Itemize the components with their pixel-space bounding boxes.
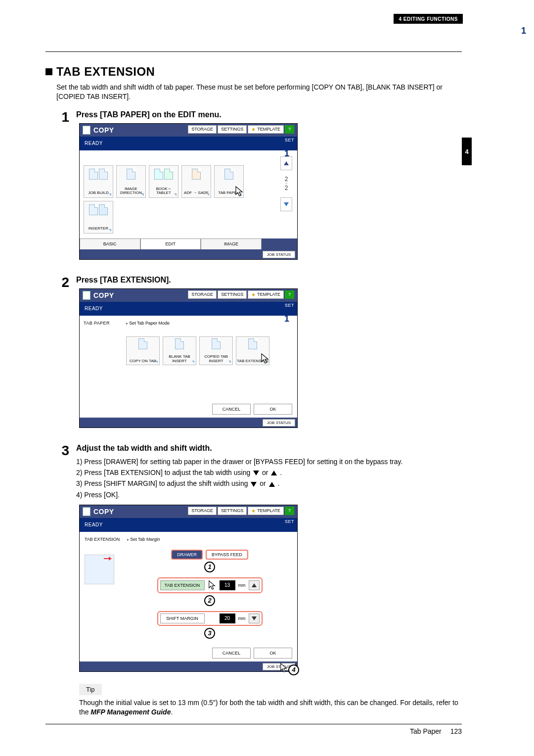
submenu-title: TAB EXTENSION [85, 537, 127, 542]
top-tab-storage[interactable]: STORAGE [188, 507, 217, 515]
shift-margin-button[interactable]: SHIFT MARGIN [160, 614, 205, 623]
bullet-square-icon [45, 68, 52, 75]
top-tab-template[interactable]: TEMPLATE [248, 290, 284, 299]
top-tab-template[interactable]: TEMPLATE [248, 125, 284, 134]
down-triangle-icon [253, 471, 259, 475]
option-tab-extension[interactable]: TAB EXTENSION [236, 336, 269, 365]
up-triangle-icon [271, 471, 277, 475]
submenu-caption: Set Tab Paper Mode [126, 321, 293, 326]
bottom-tab-spacer [262, 238, 297, 249]
step-title: Press [TAB PAPER] on the EDIT menu. [76, 110, 462, 119]
top-tab-template[interactable]: TEMPLATE [248, 507, 284, 515]
step-2: 2 Press [TAB EXTENSION]. COPY STORAGE SE… [45, 276, 462, 428]
option-tab-paper[interactable]: TAB PAPER [214, 165, 244, 198]
click-cursor-icon [279, 662, 288, 674]
bottom-tab-image[interactable]: IMAGE [201, 238, 262, 249]
top-tab-settings[interactable]: SETTINGS [218, 125, 247, 134]
up-triangle-icon [269, 482, 275, 487]
page-number: 123 [450, 727, 462, 735]
footer-title: Tab Paper [410, 727, 442, 735]
top-tab-settings[interactable]: SETTINGS [218, 507, 247, 515]
option-blank-tab-insert[interactable]: BLANK TAB INSERT [163, 336, 196, 365]
copy-app-icon [83, 291, 90, 300]
option-copy-on-tab[interactable]: COPY ON TAB [126, 336, 160, 365]
bottom-tab-basic[interactable]: BASIC [80, 238, 140, 249]
copy-app-icon [83, 126, 90, 135]
section-description: Set the tab width and shift width of tab… [56, 83, 462, 101]
submenu-caption: Set Tab Margin [127, 537, 160, 542]
step-title: Press [TAB EXTENSION]. [76, 276, 462, 284]
option-book-tablet[interactable]: BOOK↔ TABLET [149, 165, 178, 198]
option-inserter[interactable]: INSERTER [84, 201, 113, 234]
copy-count: 1 [284, 314, 289, 410]
screen-footer: JOB STATUS [80, 249, 297, 259]
increment-button[interactable] [249, 580, 260, 590]
option-job-build[interactable]: JOB BUILD [84, 165, 113, 198]
job-status-button[interactable]: JOB STATUS [263, 419, 295, 426]
down-triangle-icon [251, 482, 257, 487]
set-label: SET [285, 138, 294, 142]
decrement-button[interactable] [249, 614, 260, 623]
cancel-button[interactable]: CANCEL [212, 404, 251, 415]
option-copied-tab-insert[interactable]: COPIED TAB INSERT [199, 336, 233, 365]
substep-3: 3) Press [SHIFT MARGIN] to adjust the sh… [76, 478, 462, 488]
page-header: 4 EDITING FUNCTIONS [0, 0, 534, 25]
top-tab-settings[interactable]: SETTINGS [218, 290, 247, 299]
screen-app-title: COPY [93, 291, 114, 299]
option-adf-sadf[interactable]: ADF → SADF [181, 165, 211, 198]
scroll-up-button[interactable] [280, 156, 292, 170]
drawer-button[interactable]: DRAWER [171, 550, 203, 560]
step-number: 2 [56, 276, 69, 428]
tip-text: Though the initial value is set to 13 mm… [79, 698, 462, 717]
tab-extension-button[interactable]: TAB EXTENSION [160, 580, 205, 590]
section-title-text: TAB EXTENSION [56, 65, 155, 79]
tab-width-value: 13 [220, 580, 235, 590]
sub-steps: 1) Press [DRAWER] for setting tab paper … [76, 457, 462, 500]
step-title: Adjust the tab width and shift width. [76, 444, 462, 453]
submenu-title: TAB PAPER [84, 320, 126, 395]
screen-status: READY SET [80, 137, 297, 150]
ok-button[interactable]: OK [254, 648, 292, 659]
copy-app-icon [83, 507, 90, 516]
cancel-button[interactable]: CANCEL [212, 648, 251, 659]
substep-4: 4) Press [OK]. [76, 490, 462, 500]
status-text: READY [85, 141, 103, 146]
top-tab-help[interactable]: ? [285, 290, 294, 299]
top-tab-storage[interactable]: STORAGE [188, 290, 217, 299]
copy-count: 1 [521, 26, 526, 756]
screen-edit-menu: COPY STORAGE SETTINGS TEMPLATE ? READY S… [79, 123, 298, 260]
callout-2: 2 [204, 595, 215, 606]
screen-app-title: COPY [93, 508, 114, 516]
chapter-side-tab: 4 [462, 138, 472, 165]
step-number: 3 [56, 444, 69, 717]
callout-3: 3 [204, 628, 215, 639]
chapter-header: 4 EDITING FUNCTIONS [394, 14, 463, 24]
set-label: SET [285, 519, 294, 524]
step-3: 3 Adjust the tab width and shift width. … [45, 444, 462, 717]
screen-app-title: COPY [93, 126, 114, 134]
click-cursor-icon [260, 353, 270, 366]
bypass-feed-button[interactable]: BYPASS FEED [206, 550, 248, 560]
set-label: SET [285, 303, 294, 308]
shift-width-value: 20 [220, 614, 235, 623]
step-1: 1 Press [TAB PAPER] on the EDIT menu. CO… [45, 110, 462, 260]
status-text: READY [85, 522, 103, 527]
bottom-tab-edit[interactable]: EDIT [140, 238, 201, 249]
screen-tab-paper: COPY STORAGE SETTINGS TEMPLATE ? READY S… [79, 288, 298, 428]
page-indicator: 22 [285, 172, 288, 195]
unit-label: mm [238, 616, 246, 621]
click-cursor-icon [234, 186, 244, 198]
substep-1: 1) Press [DRAWER] for setting tab paper … [76, 457, 462, 467]
page-footer: Tab Paper 123 [45, 724, 462, 735]
step-number: 1 [56, 110, 69, 260]
top-tab-storage[interactable]: STORAGE [188, 125, 217, 134]
top-tab-help[interactable]: ? [285, 125, 294, 134]
status-text: READY [85, 306, 103, 311]
option-image-direction[interactable]: IMAGE DIRECTION [116, 165, 146, 198]
screen-titlebar: COPY STORAGE SETTINGS TEMPLATE ? [80, 124, 297, 137]
top-divider [45, 51, 462, 52]
job-status-button[interactable]: JOB STATUS [263, 251, 295, 258]
substep-2: 2) Press [TAB EXTENSION] to adjust the t… [76, 468, 462, 477]
top-tab-help[interactable]: ? [285, 507, 294, 515]
scroll-down-button[interactable] [280, 197, 292, 211]
